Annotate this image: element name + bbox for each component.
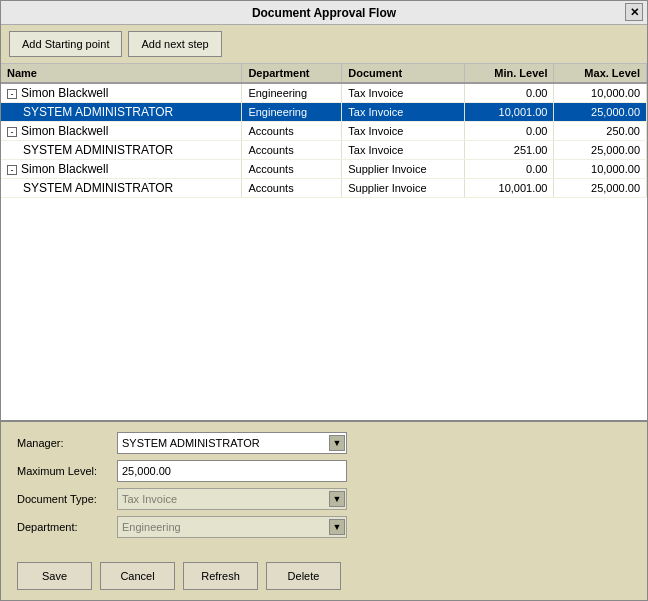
button-row: Save Cancel Refresh Delete: [1, 554, 647, 600]
col-header-min-level: Min. Level: [465, 64, 554, 83]
department-row: Department: EngineeringAccounts ▼: [17, 516, 631, 538]
doc-type-dropdown-wrapper: Tax InvoiceSupplier Invoice ▼: [117, 488, 347, 510]
department-select[interactable]: EngineeringAccounts: [117, 516, 347, 538]
cell-max-level: 250.00: [554, 122, 647, 141]
cell-department: Engineering: [242, 83, 342, 103]
department-label: Department:: [17, 521, 117, 533]
table-row[interactable]: -Simon BlackwellEngineeringTax Invoice0.…: [1, 83, 647, 103]
cell-document: Tax Invoice: [342, 103, 465, 122]
cell-min-level: 0.00: [465, 83, 554, 103]
cell-department: Accounts: [242, 160, 342, 179]
cell-document: Supplier Invoice: [342, 160, 465, 179]
doc-type-row: Document Type: Tax InvoiceSupplier Invoi…: [17, 488, 631, 510]
expand-icon[interactable]: -: [7, 89, 17, 99]
form-section: Manager: SYSTEM ADMINISTRATOR ▼ Maximum …: [1, 422, 647, 554]
cell-name: -Simon Blackwell: [1, 122, 242, 141]
cell-document: Tax Invoice: [342, 141, 465, 160]
refresh-button[interactable]: Refresh: [183, 562, 258, 590]
window-title: Document Approval Flow: [9, 6, 639, 20]
department-dropdown-wrapper: EngineeringAccounts ▼: [117, 516, 347, 538]
cell-min-level: 251.00: [465, 141, 554, 160]
manager-row: Manager: SYSTEM ADMINISTRATOR ▼: [17, 432, 631, 454]
cell-name: -Simon Blackwell: [1, 160, 242, 179]
table-row[interactable]: SYSTEM ADMINISTRATORAccountsSupplier Inv…: [1, 179, 647, 198]
cell-max-level: 10,000.00: [554, 83, 647, 103]
cell-min-level: 10,001.00: [465, 179, 554, 198]
table-row[interactable]: -Simon BlackwellAccountsSupplier Invoice…: [1, 160, 647, 179]
cell-document: Supplier Invoice: [342, 179, 465, 198]
cell-max-level: 25,000.00: [554, 179, 647, 198]
col-header-document: Document: [342, 64, 465, 83]
cell-min-level: 10,001.00: [465, 103, 554, 122]
cell-max-level: 25,000.00: [554, 141, 647, 160]
toolbar: Add Starting point Add next step: [1, 25, 647, 64]
col-header-department: Department: [242, 64, 342, 83]
cell-max-level: 10,000.00: [554, 160, 647, 179]
cell-name: -Simon Blackwell: [1, 83, 242, 103]
cell-name: SYSTEM ADMINISTRATOR: [1, 141, 242, 160]
cell-document: Tax Invoice: [342, 122, 465, 141]
add-starting-point-button[interactable]: Add Starting point: [9, 31, 122, 57]
table-row[interactable]: SYSTEM ADMINISTRATOREngineeringTax Invoi…: [1, 103, 647, 122]
table-row[interactable]: SYSTEM ADMINISTRATORAccountsTax Invoice2…: [1, 141, 647, 160]
cell-min-level: 0.00: [465, 122, 554, 141]
close-button[interactable]: ✕: [625, 3, 643, 21]
cell-min-level: 0.00: [465, 160, 554, 179]
col-header-name: Name: [1, 64, 242, 83]
doc-type-select[interactable]: Tax InvoiceSupplier Invoice: [117, 488, 347, 510]
table-body: -Simon BlackwellEngineeringTax Invoice0.…: [1, 83, 647, 198]
expand-icon[interactable]: -: [7, 165, 17, 175]
delete-button[interactable]: Delete: [266, 562, 341, 590]
main-window: Document Approval Flow ✕ Add Starting po…: [0, 0, 648, 601]
cancel-button[interactable]: Cancel: [100, 562, 175, 590]
manager-select[interactable]: SYSTEM ADMINISTRATOR: [117, 432, 347, 454]
doc-type-label: Document Type:: [17, 493, 117, 505]
table-header-row: Name Department Document Min. Level Max.…: [1, 64, 647, 83]
max-level-row: Maximum Level:: [17, 460, 631, 482]
cell-document: Tax Invoice: [342, 83, 465, 103]
cell-department: Engineering: [242, 103, 342, 122]
cell-department: Accounts: [242, 141, 342, 160]
approval-flow-table: Name Department Document Min. Level Max.…: [1, 64, 647, 198]
manager-label: Manager:: [17, 437, 117, 449]
manager-dropdown-wrapper: SYSTEM ADMINISTRATOR ▼: [117, 432, 347, 454]
col-header-max-level: Max. Level: [554, 64, 647, 83]
cell-name: SYSTEM ADMINISTRATOR: [1, 103, 242, 122]
cell-max-level: 25,000.00: [554, 103, 647, 122]
save-button[interactable]: Save: [17, 562, 92, 590]
table-row[interactable]: -Simon BlackwellAccountsTax Invoice0.002…: [1, 122, 647, 141]
cell-name: SYSTEM ADMINISTRATOR: [1, 179, 242, 198]
max-level-input[interactable]: [117, 460, 347, 482]
cell-department: Accounts: [242, 122, 342, 141]
max-level-label: Maximum Level:: [17, 465, 117, 477]
add-next-step-button[interactable]: Add next step: [128, 31, 221, 57]
title-bar: Document Approval Flow ✕: [1, 1, 647, 25]
expand-icon[interactable]: -: [7, 127, 17, 137]
cell-department: Accounts: [242, 179, 342, 198]
approval-flow-table-container: Name Department Document Min. Level Max.…: [1, 64, 647, 422]
